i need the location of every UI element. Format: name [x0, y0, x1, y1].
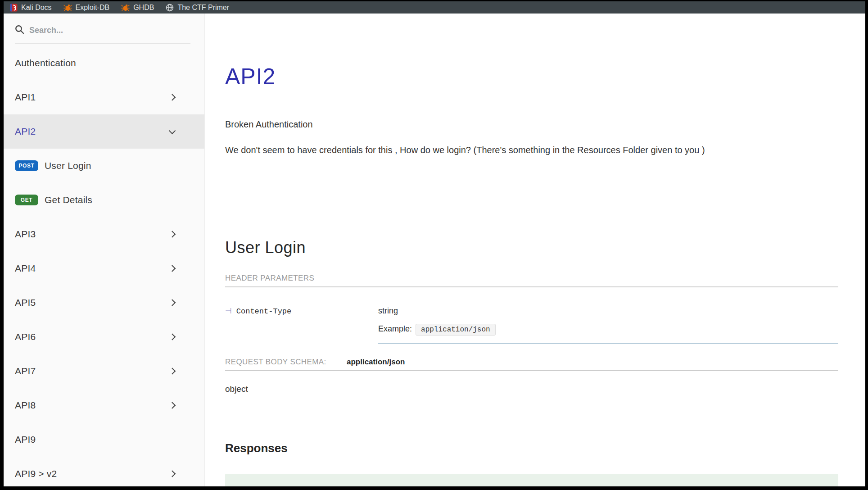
responses-heading: Responses: [225, 440, 288, 456]
search-icon: [15, 25, 24, 36]
bookmarks-bar: Kali Docs Exploit-DB GHDB The CTF Primer: [4, 1, 865, 14]
response-200-button[interactable]: 200Successful response: [225, 474, 838, 486]
chevron-right-icon: [169, 94, 176, 101]
sidebar-item-api9[interactable]: API9: [4, 422, 204, 457]
api-docs-page: Authentication API1 API2 POST User Login…: [4, 14, 865, 486]
chevron-right-icon: [169, 265, 176, 272]
sidebar-item-label: API3: [15, 229, 36, 240]
page-subtitle: Broken Authentication: [225, 118, 313, 131]
operation-title: User Login: [225, 237, 306, 259]
chevron-right-icon: [169, 402, 176, 409]
main-content: API2 Broken Authentication We don't seem…: [205, 14, 865, 486]
sidebar-item-get-details[interactable]: GET Get Details: [4, 183, 204, 217]
bug-icon: [63, 4, 72, 11]
chevron-down-icon: [169, 127, 176, 135]
sidebar-item-api7[interactable]: API7: [4, 354, 204, 388]
get-method-badge: GET: [15, 195, 38, 205]
post-method-badge: POST: [15, 160, 38, 171]
sidebar-item-api8[interactable]: API8: [4, 388, 204, 422]
sidebar-item-label: User Login: [45, 160, 91, 171]
page-title: API2: [225, 62, 276, 91]
sidebar-nav: Authentication API1 API2 POST User Login…: [4, 46, 204, 490]
sidebar: Authentication API1 API2 POST User Login…: [4, 14, 205, 486]
request-body-schema-label: REQUEST BODY SCHEMA:: [225, 357, 326, 368]
example-label: Example:: [378, 324, 412, 333]
bookmark-label: The CTF Primer: [177, 4, 229, 12]
sidebar-item-user-login[interactable]: POST User Login: [4, 149, 204, 183]
sidebar-item-label: API7: [15, 366, 36, 377]
bookmark-ctf-primer[interactable]: The CTF Primer: [166, 4, 229, 12]
parameter-row-divider: [378, 343, 838, 344]
bookmark-label: Exploit-DB: [76, 4, 110, 12]
chevron-right-icon: [169, 333, 176, 340]
sidebar-item-label: API9: [15, 434, 36, 445]
bookmark-ghdb[interactable]: GHDB: [121, 4, 154, 12]
bookmark-kali-docs[interactable]: Kali Docs: [10, 4, 52, 12]
parameter-example: Example:application/json: [378, 322, 496, 336]
sidebar-item-api2[interactable]: API2: [4, 114, 204, 149]
kali-book-icon: [10, 4, 18, 12]
request-body-schema-type: application/json: [347, 357, 405, 368]
chevron-right-icon: [169, 470, 176, 477]
sidebar-item-label: API4: [15, 263, 36, 274]
sidebar-item-label: API2: [15, 126, 36, 137]
section-divider: [225, 286, 838, 287]
search-underline: [15, 43, 190, 44]
bug-icon: [121, 4, 130, 11]
sidebar-item-api6[interactable]: API6: [4, 320, 204, 354]
sidebar-item-api9-v2[interactable]: API9 > v2: [4, 457, 204, 490]
chevron-right-icon: [169, 231, 176, 238]
sidebar-item-api5[interactable]: API5: [4, 286, 204, 320]
chevron-right-icon: [169, 299, 176, 306]
sidebar-item-authentication[interactable]: Authentication: [4, 46, 204, 80]
sidebar-item-api3[interactable]: API3: [4, 217, 204, 251]
bookmark-exploit-db[interactable]: Exploit-DB: [63, 4, 110, 12]
sidebar-item-label: API9 > v2: [15, 468, 57, 479]
search-input[interactable]: [29, 26, 178, 35]
sidebar-item-api4[interactable]: API4: [4, 251, 204, 286]
bookmark-label: Kali Docs: [21, 4, 52, 12]
search-box: [15, 23, 193, 37]
page-description: We don't seem to have credentials for th…: [225, 144, 705, 156]
section-divider: [225, 370, 838, 371]
globe-icon: [166, 4, 174, 12]
parameter-name: ⊣Content-Type: [225, 305, 291, 317]
sidebar-item-label: API8: [15, 400, 36, 411]
sidebar-item-label: Authentication: [15, 58, 76, 68]
sidebar-item-label: API5: [15, 297, 36, 308]
schema-type: object: [225, 384, 248, 395]
sidebar-item-label: API1: [15, 92, 36, 103]
header-parameters-label: HEADER PARAMETERS: [225, 273, 314, 284]
chevron-right-icon: [169, 368, 176, 375]
response-code: 200: [247, 486, 262, 487]
bookmark-label: GHDB: [133, 4, 154, 12]
response-description: Successful response: [267, 486, 357, 487]
parameter-type: string: [378, 305, 398, 316]
example-value-chip: application/json: [416, 324, 496, 336]
sidebar-item-api1[interactable]: API1: [4, 80, 204, 114]
tree-connector-icon: ⊣: [225, 306, 232, 315]
sidebar-item-label: Get Details: [45, 195, 92, 205]
sidebar-item-label: API6: [15, 331, 36, 342]
